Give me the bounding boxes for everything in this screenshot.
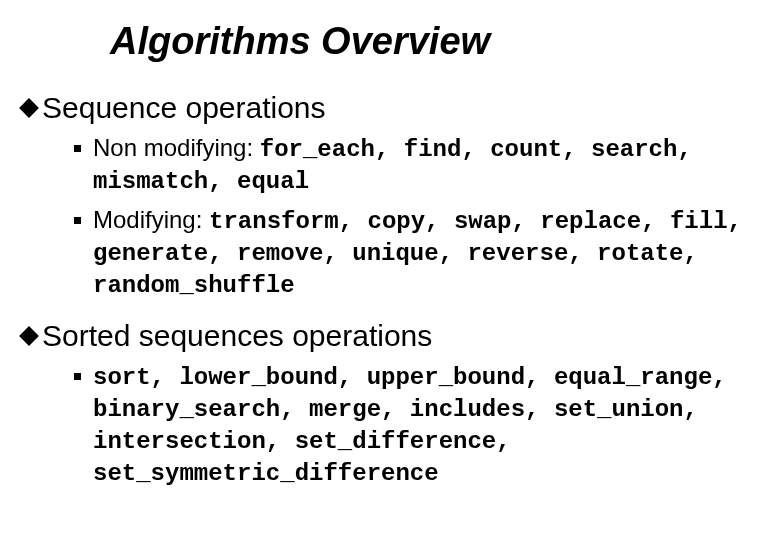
section-heading: Sorted sequences operations xyxy=(42,319,432,353)
item-label: Modifying: xyxy=(93,206,209,233)
list-item: Non modifying: for_each, find, count, se… xyxy=(70,133,760,197)
section-sorted-ops: Sorted sequences operations xyxy=(20,319,760,353)
item-label: Non modifying: xyxy=(93,134,260,161)
section-sequence-ops: Sequence operations xyxy=(20,91,760,125)
bullet-icon xyxy=(74,217,81,224)
bullet-icon xyxy=(74,373,81,380)
bullet-icon xyxy=(74,145,81,152)
slide: Algorithms Overview Sequence operations … xyxy=(0,0,780,511)
list-item: Modifying: transform, copy, swap, replac… xyxy=(70,205,760,301)
diamond-icon xyxy=(19,98,39,118)
list-item: sort, lower_bound, upper_bound, equal_ra… xyxy=(70,361,760,489)
diamond-icon xyxy=(19,326,39,346)
item-code: sort, lower_bound, upper_bound, equal_ra… xyxy=(93,364,727,487)
page-title: Algorithms Overview xyxy=(110,20,760,63)
section-heading: Sequence operations xyxy=(42,91,326,125)
